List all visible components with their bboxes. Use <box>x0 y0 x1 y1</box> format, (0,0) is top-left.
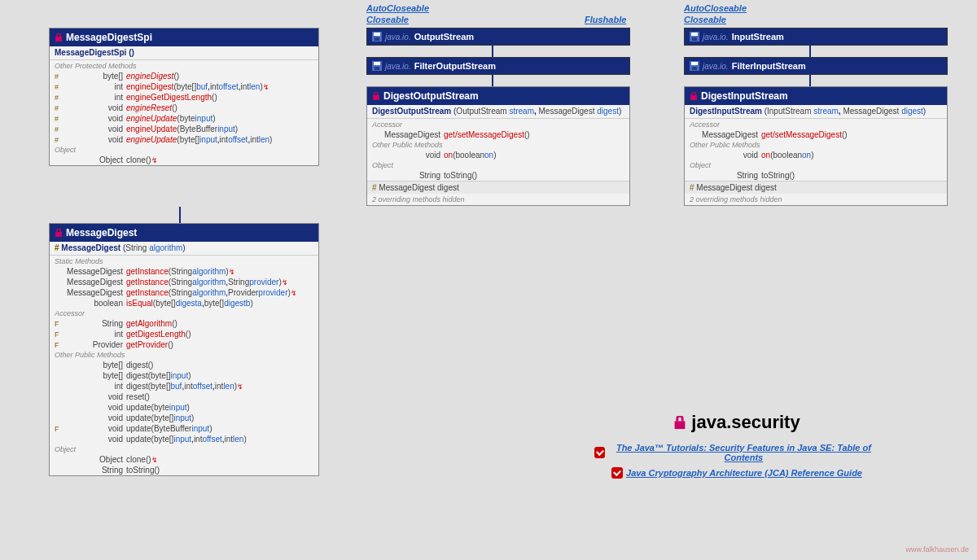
svg-rect-10 <box>691 62 698 65</box>
method-isequal: booleanisEqual (byte[] digesta, byte[] d… <box>50 298 318 308</box>
badge-icon <box>611 467 623 479</box>
method-digest3: intdigest (byte[] buf, int offset, int l… <box>50 381 318 392</box>
doc-link-tutorials[interactable]: The Java™ Tutorials: Security Features i… <box>594 443 879 462</box>
connector <box>809 46 811 57</box>
class-label: OutputStream <box>414 32 474 42</box>
footer-credit: www.falkhausen.de <box>905 545 969 553</box>
section-object: Object <box>50 145 318 155</box>
lock-icon <box>55 33 63 42</box>
class-messagedigest: MessageDigest # MessageDigest (String al… <box>49 223 319 476</box>
method-update3: Fvoidupdate (ByteBuffer input) <box>50 423 318 434</box>
section-object: Object <box>367 160 629 170</box>
svg-rect-2 <box>375 37 379 41</box>
method-enginedigest: #byte[]engineDigest () <box>50 71 318 81</box>
title-area: java.security The Java™ Tutorials: Secur… <box>594 407 879 483</box>
lock-icon <box>55 229 63 237</box>
class-header: DigestInputStream <box>685 87 947 105</box>
lock-icon <box>372 92 380 100</box>
svg-rect-13 <box>55 232 62 237</box>
class-title: DigestInputStream <box>701 90 788 102</box>
class-digestoutputstream: DigestOutputStream DigestOutputStream (O… <box>366 86 630 206</box>
method-on: voidon (boolean on) <box>685 150 947 160</box>
field-digest: # MessageDigest digest <box>367 181 629 194</box>
parent-filterinputstream[interactable]: java.io.FilterInputStream <box>684 57 948 75</box>
section-object: Object <box>50 444 318 454</box>
hidden-methods-note: 2 overriding methods hidden <box>685 194 947 205</box>
disk-icon <box>690 32 699 42</box>
method-digest2: byte[]digest (byte[] input) <box>50 370 318 381</box>
class-messagedigestspi: MessageDigestSpi MessageDigestSpi () Oth… <box>49 28 319 166</box>
lock-icon <box>690 92 698 100</box>
section-accessor: Accessor <box>50 308 318 318</box>
method-enginegetdigestlength: #intengineGetDigestLength () <box>50 92 318 103</box>
constructor: MessageDigestSpi () <box>50 46 318 59</box>
svg-rect-1 <box>374 33 380 36</box>
parent-outputstream[interactable]: java.io.OutputStream <box>366 28 630 46</box>
svg-rect-15 <box>690 95 697 100</box>
connector <box>179 207 181 223</box>
field-digest: # MessageDigest digest <box>685 181 947 194</box>
class-title: DigestOutputStream <box>383 90 479 102</box>
class-header: DigestOutputStream <box>367 87 629 105</box>
class-digestinputstream: DigestInputStream DigestInputStream (Inp… <box>684 86 948 206</box>
section-accessor: Accessor <box>685 120 947 129</box>
method-engineupdate2: #voidengineUpdate (ByteBuffer input) <box>50 124 318 134</box>
parent-inputstream[interactable]: java.io.InputStream <box>684 28 948 46</box>
method-tostring: StringtoString () <box>367 170 629 181</box>
pkg-label: java.io. <box>385 33 411 42</box>
disk-icon <box>372 32 382 42</box>
constructor: DigestOutputStream (OutputStream stream,… <box>367 105 629 117</box>
class-header: MessageDigestSpi <box>50 28 318 46</box>
method-getprovider: FProvidergetProvider () <box>50 339 318 350</box>
method-clone: Objectclone () ↯ <box>50 454 318 465</box>
method-on: voidon (boolean on) <box>367 150 629 160</box>
disk-icon <box>690 61 699 71</box>
section-static: Static Methods <box>50 256 318 266</box>
class-label: FilterOutputStream <box>414 61 496 71</box>
svg-rect-8 <box>692 37 697 41</box>
interface-autocloseable[interactable]: AutoCloseable <box>366 3 429 13</box>
interface-autocloseable-2[interactable]: AutoCloseable <box>684 3 747 13</box>
method-update1: voidupdate (byte input) <box>50 402 318 413</box>
method-getinstance1: MessageDigestgetInstance (String algorit… <box>50 266 318 277</box>
class-title: MessageDigest <box>66 227 137 238</box>
method-engineupdate1: #voidengineUpdate (byte input) <box>50 113 318 124</box>
svg-rect-11 <box>692 67 697 70</box>
doc-link-jca[interactable]: Java Cryptography Architecture (JCA) Ref… <box>594 467 879 479</box>
class-title: MessageDigestSpi <box>66 32 152 43</box>
method-digest1: byte[]digest () <box>50 360 318 370</box>
method-enginedigest2: #intengineDigest (byte[] buf, int offset… <box>50 81 318 92</box>
pkg-label: java.io. <box>385 62 411 71</box>
pkg-label: java.io. <box>703 62 729 71</box>
section-public: Other Public Methods <box>367 140 629 150</box>
connector <box>809 75 811 86</box>
method-tostring: StringtoString () <box>50 465 318 475</box>
section-object: Object <box>685 160 947 170</box>
connector <box>492 75 493 86</box>
class-label: FilterInputStream <box>732 61 806 71</box>
method-update4: voidupdate (byte[] input, int offset, in… <box>50 434 318 444</box>
method-reset: voidreset () <box>50 392 318 402</box>
svg-rect-14 <box>373 95 379 100</box>
method-update2: voidupdate (byte[] input) <box>50 413 318 423</box>
section-public: Other Public Methods <box>50 350 318 360</box>
interface-flushable[interactable]: Flushable <box>585 15 626 24</box>
lock-icon <box>673 416 686 429</box>
badge-icon <box>594 447 605 458</box>
page-title: java.security <box>673 412 800 433</box>
class-header: MessageDigest <box>50 224 318 242</box>
method-getalgorithm: FStringgetAlgorithm () <box>50 318 318 329</box>
class-label: InputStream <box>732 32 784 42</box>
parent-filteroutputstream[interactable]: java.io.FilterOutputStream <box>366 57 630 75</box>
method-tostring: StringtoString () <box>685 170 947 181</box>
svg-rect-5 <box>375 67 379 70</box>
svg-rect-16 <box>675 421 686 429</box>
method-enginereset: #voidengineReset () <box>50 103 318 113</box>
method-engineupdate3: #voidengineUpdate (byte[] input, int off… <box>50 134 318 145</box>
section-protected: Other Protected Methods <box>50 61 318 71</box>
constructor: # MessageDigest (String algorithm) <box>50 242 318 254</box>
method-getinstance3: MessageDigestgetInstance (String algorit… <box>50 287 318 298</box>
interface-closeable-2[interactable]: Closeable <box>684 15 726 24</box>
method-msgdigest: MessageDigestget/setMessageDigest () <box>685 129 947 140</box>
interface-closeable[interactable]: Closeable <box>366 15 409 24</box>
